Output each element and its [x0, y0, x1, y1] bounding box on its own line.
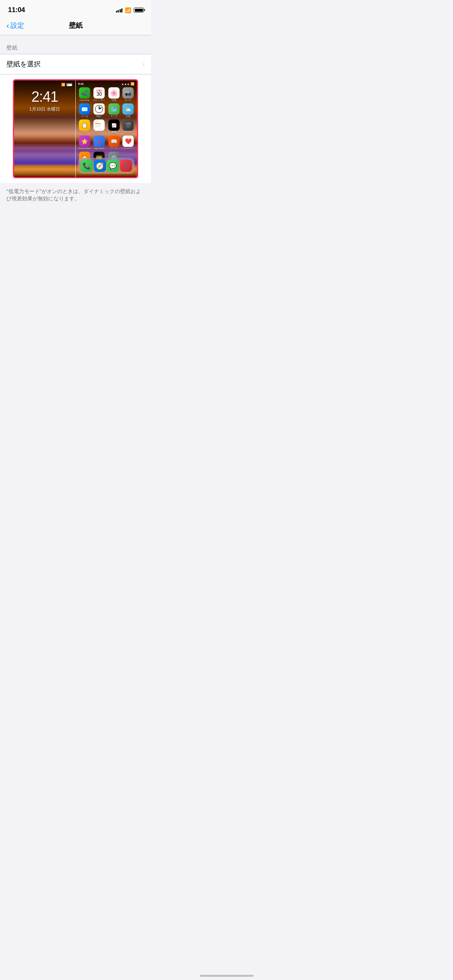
stocks-icon: 📈 — [108, 119, 120, 131]
dock-safari[interactable]: 🧭 — [94, 160, 106, 172]
note-text: "低電力モード"がオンのときは、ダイナミックの壁紙および視差効果が無効になります… — [0, 183, 151, 209]
app-books[interactable]: 📖 ブック — [108, 136, 120, 150]
maps-icon: 🗺️ — [108, 103, 120, 115]
app-itunes[interactable]: ⭐ iTunes Store — [78, 136, 91, 150]
wifi-icon: 📶 — [125, 7, 131, 13]
status-bar: 11:04 📶 — [0, 0, 151, 18]
wallpaper-card-inner: 📶 2:41 1月10日 水曜日 9:41 ▲▲▲ 📶 — [13, 79, 138, 178]
signal-icon — [116, 8, 123, 12]
app-maps[interactable]: 🗺️ マップ — [108, 103, 120, 118]
videos-icon: 🎬 — [122, 119, 134, 131]
choose-wallpaper-label: 壁紙を選択 — [6, 60, 41, 69]
app-facetime[interactable]: 📹 FaceTime — [78, 87, 91, 102]
status-icons: 📶 — [116, 7, 144, 13]
books-icon: 📖 — [108, 136, 120, 147]
app-grid: 📹 FaceTime 火曜日 30 カレンダー — [76, 86, 137, 167]
app-calendar[interactable]: 火曜日 30 カレンダー — [92, 87, 106, 102]
dock-messages[interactable]: 💬 — [107, 160, 119, 172]
app-photos[interactable]: 🌸 写真 — [108, 87, 120, 102]
lock-battery-icon — [66, 83, 72, 86]
battery-icon — [134, 8, 144, 12]
choose-wallpaper-section: 壁紙を選択 › — [0, 54, 151, 74]
health-icon: ❤️ — [122, 136, 134, 147]
camera-icon: 📷 — [122, 87, 134, 99]
home-status-bar: 9:41 ▲▲▲ 📶 — [76, 80, 137, 86]
app-stocks[interactable]: 📈 株価 — [108, 119, 120, 134]
app-mail[interactable]: ✉️ メール — [78, 103, 91, 118]
page-title: 壁紙 — [69, 21, 83, 30]
back-chevron-icon: ‹ — [6, 21, 9, 29]
app-health[interactable]: ❤️ ヘルスケア — [122, 136, 134, 150]
nav-bar: ‹ 設定 壁紙 — [0, 18, 151, 35]
app-weather[interactable]: ⛅ 天気 — [122, 103, 134, 118]
app-camera[interactable]: 📷 カメラ — [122, 87, 134, 102]
dock: 📞 🧭 💬 🎵 — [78, 158, 134, 174]
weather-icon: ⛅ — [122, 103, 134, 115]
appstore-icon: 🔺 — [93, 136, 105, 147]
app-clock[interactable]: 時計 — [92, 103, 106, 118]
section-header-label: 壁紙 — [6, 45, 17, 51]
app-videos[interactable]: 🎬 ビデオ — [122, 119, 134, 134]
section-header: 壁紙 — [0, 35, 151, 54]
app-appstore[interactable]: 🔺 App Store — [92, 136, 106, 150]
itunes-icon: ⭐ — [79, 136, 90, 147]
lock-screen-bg: 📶 2:41 1月10日 水曜日 — [14, 80, 75, 177]
home-status-time: 9:41 — [78, 82, 84, 85]
chevron-right-icon: › — [143, 61, 145, 68]
status-time: 11:04 — [8, 6, 25, 14]
lock-time: 2:41 — [31, 89, 58, 105]
dock-music[interactable]: 🎵 — [120, 160, 132, 172]
notes-icon: 📋 — [79, 119, 90, 131]
lock-date: 1月10日 水曜日 — [29, 106, 60, 112]
home-screen-preview[interactable]: 9:41 ▲▲▲ 📶 📹 FaceTime — [76, 80, 137, 177]
note-text-content: "低電力モード"がオンのときは、ダイナミックの壁紙および視差効果が無効になります… — [6, 188, 141, 202]
reminders-icon — [93, 119, 105, 131]
home-screen-bg: 9:41 ▲▲▲ 📶 📹 FaceTime — [76, 80, 137, 177]
clock-icon — [93, 103, 105, 115]
lock-screen-status: 📶 — [61, 83, 72, 86]
back-button[interactable]: ‹ 設定 — [6, 21, 24, 30]
app-notes[interactable]: 📋 メモ — [78, 119, 91, 134]
wallpaper-preview-card[interactable]: 📶 2:41 1月10日 水曜日 9:41 ▲▲▲ 📶 — [0, 74, 151, 183]
back-label: 設定 — [10, 21, 24, 30]
choose-wallpaper-row[interactable]: 壁紙を選択 › — [0, 54, 151, 74]
app-reminders[interactable]: リマインダー — [92, 119, 106, 134]
dock-phone[interactable]: 📞 — [81, 160, 93, 172]
home-status-icons: ▲▲▲ 📶 — [121, 82, 134, 86]
lock-screen-preview[interactable]: 📶 2:41 1月10日 水曜日 — [14, 80, 76, 177]
mail-icon: ✉️ — [79, 103, 90, 115]
facetime-icon: 📹 — [79, 87, 90, 99]
photos-icon: 🌸 — [108, 87, 120, 99]
calendar-icon: 火曜日 30 — [93, 87, 105, 99]
